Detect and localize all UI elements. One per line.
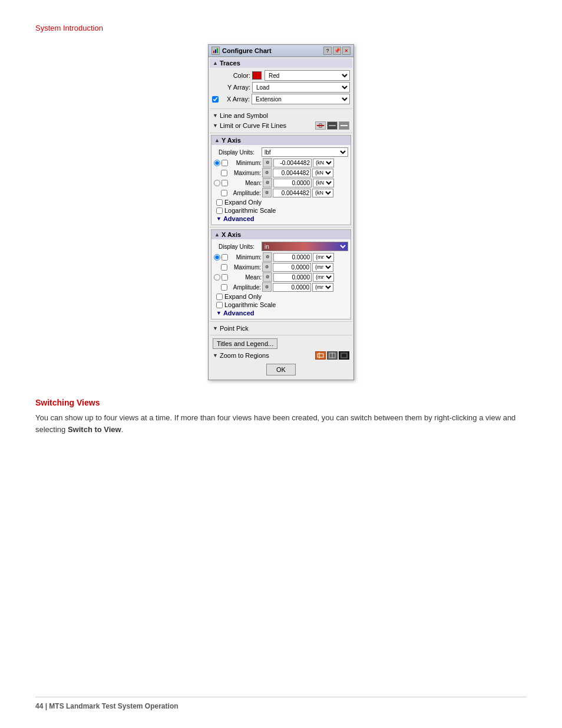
y-log-scale-checkbox[interactable] <box>216 207 223 214</box>
x-amplitude-checkbox[interactable] <box>221 284 227 291</box>
x-mean-label: Mean: <box>229 274 262 281</box>
limit-lines-header[interactable]: ▼ Limit or Curve Fit Lines <box>213 122 286 129</box>
zoom-header[interactable]: ▼ Zoom to Regions <box>213 352 269 359</box>
x-minimum-unit-select[interactable]: (mm) <box>313 253 334 262</box>
y-minimum-input[interactable] <box>273 159 312 167</box>
limit-icon-btn-3[interactable] <box>339 121 349 130</box>
x-array-row: X Array: Extension <box>212 94 350 104</box>
x-advanced-label: Advanced <box>223 309 254 317</box>
y-advanced-label: Advanced <box>223 215 254 222</box>
x-amplitude-icon-btn[interactable]: ⚙ <box>262 282 272 292</box>
x-amplitude-unit-select[interactable]: (mm) <box>312 283 333 292</box>
x-maximum-icon-btn[interactable]: ⚙ <box>262 262 272 272</box>
titlebar-left: Configure Chart <box>211 47 272 55</box>
x-array-checkbox[interactable] <box>212 96 219 103</box>
line-symbol-row[interactable]: ▼ Line and Symbol <box>210 111 352 120</box>
point-pick-row[interactable]: ▼ Point Pick <box>210 324 352 333</box>
switching-views-section: Switching Views You can show up to four … <box>35 398 527 435</box>
x-amplitude-input[interactable] <box>273 283 311 292</box>
x-expand-only-checkbox[interactable] <box>216 294 223 300</box>
dialog-app-icon <box>211 47 220 55</box>
dialog-minimize-button[interactable]: ? <box>323 47 332 55</box>
titles-legend-button[interactable]: Titles and Legend... <box>213 338 277 349</box>
y-mean-icon-btn[interactable]: ⚙ <box>263 178 272 187</box>
y-mean-checkbox[interactable] <box>222 180 228 186</box>
y-maximum-unit-select[interactable]: (kN) <box>312 169 333 177</box>
ok-button[interactable]: OK <box>266 364 296 375</box>
y-display-units-select[interactable]: lbf <box>262 147 348 157</box>
x-mean-checkbox[interactable] <box>222 274 228 281</box>
x-mean-radio[interactable] <box>214 274 220 281</box>
x-log-scale-label: Logarithmic Scale <box>224 301 276 308</box>
traces-section-header[interactable]: ▲ Traces <box>210 58 352 68</box>
x-maximum-label: Maximum: <box>229 264 261 271</box>
svg-rect-11 <box>341 353 347 358</box>
x-advanced-arrow-icon: ▼ <box>216 310 222 316</box>
y-mean-radio[interactable] <box>214 180 220 186</box>
x-maximum-checkbox[interactable] <box>221 264 227 271</box>
y-minimum-checkbox[interactable] <box>222 160 228 166</box>
y-axis-label: Y Axis <box>222 137 241 144</box>
y-amplitude-input[interactable] <box>273 189 311 197</box>
y-array-label: Y Array: <box>212 84 250 91</box>
zoom-icon-btn-1[interactable] <box>315 351 326 360</box>
switching-text-part2: . <box>121 425 124 434</box>
y-expand-only-checkbox[interactable] <box>216 199 223 206</box>
x-amplitude-row: Amplitude: ⚙ (mm) <box>214 282 348 292</box>
traces-content: Color: Red Y Array: Load <box>210 68 352 107</box>
x-axis-label: X Axis <box>222 231 241 238</box>
y-maximum-label: Maximum: <box>229 170 261 176</box>
y-amplitude-checkbox[interactable] <box>221 190 227 196</box>
color-label: Color: <box>212 72 250 79</box>
x-mean-unit-select[interactable]: (mm) <box>313 273 334 282</box>
x-display-units-select[interactable]: in <box>262 242 348 251</box>
x-advanced-row[interactable]: ▼ Advanced <box>216 309 348 317</box>
point-pick-label: Point Pick <box>220 325 249 332</box>
y-amplitude-icon-btn[interactable]: ⚙ <box>262 188 272 197</box>
y-minimum-unit-select[interactable]: (kN) <box>313 159 334 167</box>
x-minimum-row: Minimum: ⚙ (mm) <box>214 252 348 262</box>
x-axis-header[interactable]: ▲ X Axis <box>211 230 351 239</box>
y-array-select[interactable]: Load <box>252 82 350 93</box>
x-display-units-row: Display Units: in <box>214 242 348 251</box>
y-amplitude-unit-select[interactable]: (kN) <box>312 189 333 197</box>
y-log-scale-label: Logarithmic Scale <box>224 207 276 214</box>
limit-lines-row: ▼ Limit or Curve Fit Lines <box>210 120 352 131</box>
y-mean-unit-select[interactable]: (kN) <box>313 179 334 187</box>
x-minimum-icon-btn[interactable]: ⚙ <box>263 252 272 262</box>
zoom-icon-btn-2[interactable] <box>327 351 338 360</box>
x-array-select[interactable]: Extension <box>252 94 350 104</box>
x-maximum-input[interactable] <box>273 263 311 272</box>
y-advanced-arrow-icon: ▼ <box>216 216 222 222</box>
line-symbol-arrow-icon: ▼ <box>213 113 218 118</box>
y-advanced-row[interactable]: ▼ Advanced <box>216 215 348 222</box>
y-maximum-checkbox[interactable] <box>221 170 227 176</box>
y-minimum-icon-btn[interactable]: ⚙ <box>263 158 272 167</box>
titles-legend-wrapper: Titles and Legend... <box>210 337 352 350</box>
x-log-scale-checkbox[interactable] <box>216 302 223 308</box>
x-minimum-label: Minimum: <box>229 254 262 261</box>
y-maximum-icon-btn[interactable]: ⚙ <box>262 168 272 177</box>
x-minimum-radio[interactable] <box>214 254 220 261</box>
line-symbol-label: Line and Symbol <box>220 112 268 119</box>
zoom-arrow-icon: ▼ <box>213 353 218 358</box>
y-minimum-radio[interactable] <box>214 160 220 166</box>
limit-icon-btn-2[interactable] <box>327 121 338 130</box>
zoom-icon-btn-3[interactable] <box>339 351 349 360</box>
x-minimum-checkbox[interactable] <box>222 254 228 261</box>
x-mean-icon-btn[interactable]: ⚙ <box>263 272 272 282</box>
x-mean-input[interactable] <box>273 273 312 282</box>
y-minimum-row: Minimum: ⚙ (kN) <box>214 158 348 167</box>
y-mean-row: Mean: ⚙ (kN) <box>214 178 348 187</box>
dialog-pin-button[interactable]: 📌 <box>333 47 341 55</box>
y-maximum-input[interactable] <box>273 169 311 177</box>
limit-icon-btn-1[interactable] <box>315 121 326 130</box>
x-minimum-input[interactable] <box>273 253 312 262</box>
color-select[interactable]: Red <box>265 70 350 81</box>
dialog-close-button[interactable]: × <box>342 47 351 55</box>
y-axis-header[interactable]: ▲ Y Axis <box>211 136 351 145</box>
limit-icons-group <box>315 121 349 130</box>
x-maximum-unit-select[interactable]: (mm) <box>312 263 333 272</box>
y-mean-input[interactable] <box>273 179 312 187</box>
dialog-titlebar: Configure Chart ? 📌 × <box>209 45 353 57</box>
